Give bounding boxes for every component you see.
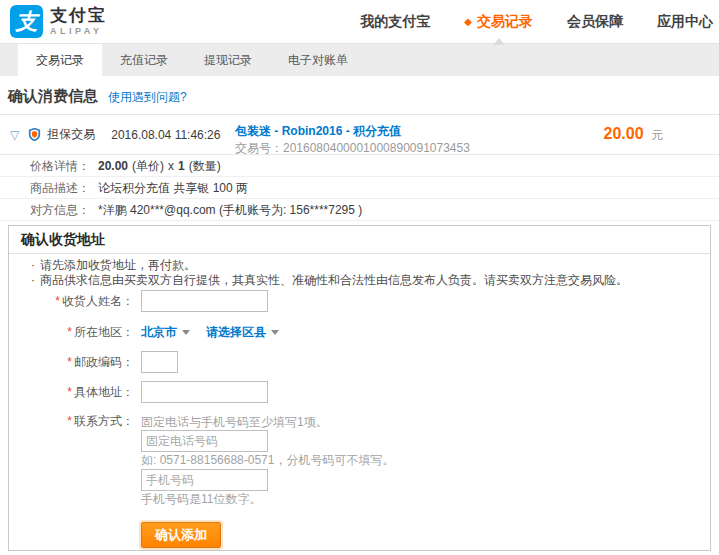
amount-currency: 元 bbox=[651, 128, 663, 142]
province-value: 北京市 bbox=[141, 325, 177, 339]
record-tabbar: 交易记录 充值记录 提现记录 电子对账单 bbox=[0, 44, 719, 76]
counterparty-value: *洋鹏 420***@qq.com (手机账号为: 156****7295 ) bbox=[98, 203, 362, 217]
top-nav: 我的支付宝 ◆ 交易记录 会员保障 应用中心 bbox=[326, 0, 713, 44]
label-text: 具体地址： bbox=[74, 385, 134, 399]
guarantee-shield-icon bbox=[27, 127, 42, 142]
address-box-title: 确认收货地址 bbox=[9, 226, 710, 254]
price-qty-label: (数量) bbox=[189, 159, 221, 173]
price-value: 20.00 bbox=[98, 159, 128, 173]
region-row: *所在地区： 北京市 请选择区县 bbox=[9, 324, 710, 341]
landline-row bbox=[9, 430, 710, 452]
price-qty: 1 bbox=[178, 159, 185, 173]
required-mark: * bbox=[55, 294, 60, 308]
region-label: *所在地区： bbox=[9, 324, 141, 341]
label-text: 所在地区： bbox=[74, 325, 134, 339]
address-notes: ·请先添加收货地址，再付款。 ·商品供求信息由买卖双方自行提供，其真实性、准确性… bbox=[9, 254, 710, 288]
active-diamond-icon: ◆ bbox=[464, 16, 472, 27]
help-link[interactable]: 使用遇到问题? bbox=[108, 89, 187, 106]
nav-label: 应用中心 bbox=[657, 13, 713, 31]
transaction-left-group: ▽ 担保交易 2016.08.04 11:46:26 bbox=[10, 124, 235, 143]
note-line: ·请先添加收货地址，再付款。 bbox=[31, 258, 696, 273]
label-text: 邮政编码： bbox=[74, 355, 134, 369]
confirm-address-box: 确认收货地址 ·请先添加收货地址，再付款。 ·商品供求信息由买卖双方自行提供，其… bbox=[8, 225, 711, 551]
counterparty-row: 对方信息： *洋鹏 420***@qq.com (手机账号为: 156****7… bbox=[0, 199, 719, 221]
top-header: 支 支付宝 ALIPAY 我的支付宝 ◆ 交易记录 会员保障 应用中心 bbox=[0, 0, 719, 44]
street-address-row: *具体地址： bbox=[9, 381, 710, 403]
trade-number-value: 2016080400001000890091073453 bbox=[283, 141, 470, 155]
recipient-name-label: *收货人姓名： bbox=[9, 293, 141, 310]
postcode-row: *邮政编码： bbox=[9, 351, 710, 373]
expand-triangle-icon[interactable]: ▽ bbox=[10, 128, 19, 142]
street-address-label: *具体地址： bbox=[9, 384, 141, 401]
required-mark: * bbox=[67, 414, 72, 428]
note-line: ·商品供求信息由买卖双方自行提供，其真实性、准确性和合法性由信息发布人负责。请买… bbox=[31, 273, 696, 288]
contact-row: *联系方式： 固定电话与手机号码至少填写1项。 bbox=[9, 413, 710, 430]
nav-label: 我的支付宝 bbox=[360, 13, 430, 31]
transaction-datetime: 2016.08.04 11:46:26 bbox=[111, 128, 220, 142]
counterparty-label: 对方信息： bbox=[30, 203, 90, 217]
price-times: x bbox=[168, 159, 174, 173]
nav-item-my-alipay[interactable]: 我的支付宝 bbox=[360, 0, 430, 44]
mobile-hint: 手机号码是11位数字。 bbox=[141, 493, 710, 506]
recipient-name-input[interactable] bbox=[141, 290, 268, 312]
required-mark: * bbox=[67, 385, 72, 399]
landline-hint: 如: 0571-88156688-0571，分机号码可不填写。 bbox=[141, 454, 710, 467]
street-address-input[interactable] bbox=[141, 381, 268, 403]
alipay-logo-icon[interactable]: 支 bbox=[10, 5, 43, 38]
transaction-type-label: 担保交易 bbox=[47, 126, 95, 143]
description-label: 商品描述： bbox=[30, 181, 90, 195]
note-text: 商品供求信息由买卖双方自行提供，其真实性、准确性和合法性由信息发布人负责。请买卖… bbox=[40, 273, 628, 287]
transaction-product-group: 包装迷 - Robin2016 - 积分充值 交易号：2016080400001… bbox=[235, 124, 604, 155]
contact-hint: 固定电话与手机号码至少填写1项。 bbox=[141, 415, 328, 429]
required-mark: * bbox=[67, 355, 72, 369]
postcode-label: *邮政编码： bbox=[9, 354, 141, 371]
tab-recharge-records[interactable]: 充值记录 bbox=[102, 44, 186, 76]
district-dropdown[interactable]: 请选择区县 bbox=[206, 324, 279, 341]
transaction-amount-group: 20.00 元 bbox=[604, 124, 664, 144]
nav-item-transaction-records[interactable]: ◆ 交易记录 bbox=[464, 0, 533, 44]
description-value: 论坛积分充值 共享银 100 两 bbox=[98, 181, 248, 195]
tab-withdraw-records[interactable]: 提现记录 bbox=[186, 44, 270, 76]
province-dropdown[interactable]: 北京市 bbox=[141, 324, 190, 341]
trade-number-line: 交易号：2016080400001000890091073453 bbox=[235, 141, 604, 155]
price-detail-label: 价格详情： bbox=[30, 159, 90, 173]
page-title: 确认消费信息 bbox=[8, 87, 98, 106]
description-row: 商品描述： 论坛积分充值 共享银 100 两 bbox=[0, 177, 719, 199]
mobile-row bbox=[9, 469, 710, 491]
nav-label: 交易记录 bbox=[477, 13, 533, 31]
bullet-icon: · bbox=[31, 258, 35, 272]
price-unit-label: (单价) bbox=[132, 159, 164, 173]
contact-label: *联系方式： bbox=[9, 413, 141, 430]
page-heading-row: 确认消费信息 使用遇到问题? bbox=[0, 76, 719, 115]
trade-number-label: 交易号： bbox=[235, 141, 283, 155]
recipient-name-row: *收货人姓名： bbox=[9, 290, 710, 312]
required-mark: * bbox=[67, 325, 72, 339]
label-text: 收货人姓名： bbox=[62, 294, 134, 308]
tab-transaction-records[interactable]: 交易记录 bbox=[18, 44, 102, 76]
bullet-icon: · bbox=[31, 273, 35, 287]
postcode-input[interactable] bbox=[141, 351, 178, 373]
chevron-down-icon bbox=[271, 330, 279, 335]
amount-value: 20.00 bbox=[604, 125, 644, 142]
nav-item-member-protection[interactable]: 会员保障 bbox=[567, 0, 623, 44]
brand-block: 支付宝 ALIPAY bbox=[50, 7, 107, 36]
note-text: 请先添加收货地址，再付款。 bbox=[40, 258, 196, 272]
tab-e-statement[interactable]: 电子对账单 bbox=[270, 44, 366, 76]
brand-subtitle: ALIPAY bbox=[50, 27, 107, 36]
mobile-input[interactable] bbox=[141, 469, 268, 491]
district-placeholder: 请选择区县 bbox=[206, 325, 266, 339]
nav-label: 会员保障 bbox=[567, 13, 623, 31]
label-text: 联系方式： bbox=[74, 414, 134, 428]
nav-item-app-center[interactable]: 应用中心 bbox=[657, 0, 713, 44]
price-detail-row: 价格详情： 20.00 (单价) x 1 (数量) bbox=[0, 155, 719, 177]
brand-title: 支付宝 bbox=[50, 7, 107, 24]
chevron-down-icon bbox=[182, 330, 190, 335]
product-link[interactable]: 包装迷 - Robin2016 - 积分充值 bbox=[235, 124, 604, 138]
confirm-add-button[interactable]: 确认添加 bbox=[141, 522, 221, 548]
transaction-summary-row: ▽ 担保交易 2016.08.04 11:46:26 包装迷 - Robin20… bbox=[0, 115, 719, 155]
landline-input[interactable] bbox=[141, 430, 268, 452]
